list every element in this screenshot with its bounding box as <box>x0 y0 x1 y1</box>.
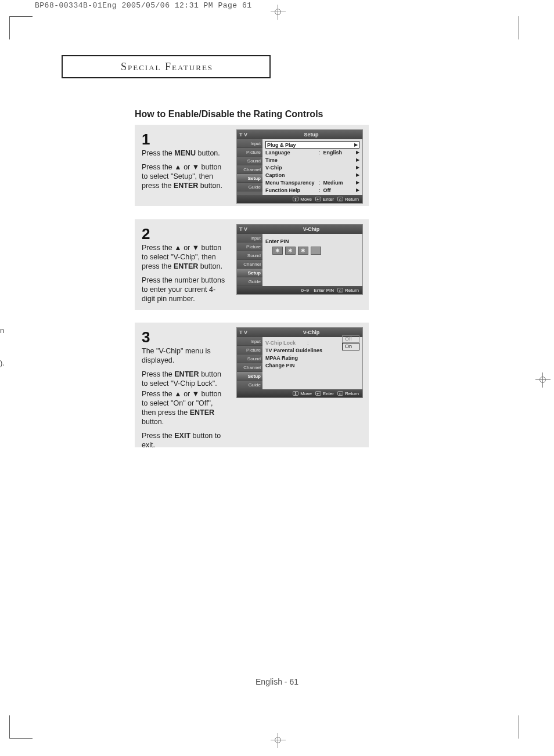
return-icon: ⎌ <box>337 391 343 396</box>
osd-row: TV Parental Guidelines <box>265 346 359 354</box>
osd-sidebar-item: Sound <box>237 355 262 363</box>
osd-footer: ⇕Move ↵Enter ⎌Return <box>237 389 362 397</box>
step-instructions: Press the ▲ or ▼ button to select "V-Chi… <box>142 243 229 303</box>
osd-sidebar-item: Sound <box>237 251 262 260</box>
osd-row: V-Chip▶ <box>265 164 359 171</box>
enter-pin-label: Enter PIN <box>265 238 359 244</box>
move-icon: ⇕ <box>293 197 298 201</box>
osd-tv-label: T V <box>239 226 262 232</box>
osd-row: Language: English▶ <box>265 149 359 156</box>
osd-sidebar-item: Guide <box>237 381 262 389</box>
osd-footer: 0~9 Enter PIN ⎌Return <box>237 286 362 294</box>
osd-row: Change PIN <box>265 361 359 369</box>
crop-corner-icon <box>496 715 519 739</box>
crop-mark-icon <box>274 736 282 744</box>
osd-sidebar-item: Channel <box>237 260 262 269</box>
osd-row: Menu Transparency: Medium▶ <box>265 179 359 186</box>
osd-row: Time▶ <box>265 156 359 164</box>
crop-corner-icon <box>496 16 519 39</box>
osd-row: Function Help: Off▶ <box>265 186 359 194</box>
return-icon: ⎌ <box>337 288 343 292</box>
osd-sidebar-item: Input <box>237 234 262 243</box>
osd-tv-label: T V <box>239 330 262 335</box>
pin-digit: ✱ <box>298 247 308 255</box>
osd-row: Plug & Play▶ <box>265 141 359 149</box>
osd-footer: ⇕Move ↵Enter ⎌Return <box>237 195 362 203</box>
crop-mark-icon <box>539 376 547 384</box>
enter-icon: ↵ <box>315 391 321 396</box>
osd-sidebar: Input Picture Sound Channel Setup Guide <box>237 234 262 286</box>
osd-sidebar-item: Input <box>237 139 262 148</box>
pin-entry: ✱ ✱ ✱ <box>265 244 359 255</box>
step-block: 1 Press the MENU button. Press the ▲ or … <box>135 125 369 206</box>
osd-menu-title: V-Chip <box>262 330 360 335</box>
osd-sidebar-item: Guide <box>237 183 262 191</box>
osd-sidebar-item: Setup <box>237 372 262 381</box>
osd-tv-label: T V <box>239 132 262 138</box>
pin-digit: ✱ <box>285 247 296 255</box>
step-instructions: Press the MENU button. Press the ▲ or ▼ … <box>142 149 229 190</box>
osd-row: Caption▶ <box>265 171 359 179</box>
osd-content: Plug & Play▶ Language: English▶ Time▶ V-… <box>262 139 362 195</box>
osd-sidebar-item: Setup <box>237 269 262 277</box>
osd-row: MPAA Rating <box>265 354 359 361</box>
osd-screenshot-enter-pin: T V V-Chip Input Picture Sound Channel S… <box>236 224 363 295</box>
step-block: 2 Press the ▲ or ▼ button to select "V-C… <box>135 219 369 310</box>
osd-sidebar-item: Input <box>237 337 262 346</box>
osd-content: V-Chip Lock : Off On TV Parental Guideli… <box>262 337 362 389</box>
return-icon: ⎌ <box>337 197 343 201</box>
osd-sidebar: Input Picture Sound Channel Setup Guide <box>237 139 262 195</box>
page-footer: English - 61 <box>0 677 554 686</box>
enter-icon: ↵ <box>315 197 321 201</box>
osd-content: Enter PIN ✱ ✱ ✱ <box>262 234 362 286</box>
step-instructions: The "V-Chip" menu is displayed. Press th… <box>142 346 229 450</box>
osd-sidebar-item: Picture <box>237 346 262 355</box>
osd-sidebar-item: Channel <box>237 363 262 372</box>
osd-sidebar-item: Picture <box>237 243 262 251</box>
crop-header-text: BP68-00334B-01Eng 2005/05/06 12:31 PM Pa… <box>35 1 252 10</box>
osd-sidebar-item: Sound <box>237 157 262 165</box>
osd-sidebar-item: Setup <box>237 174 262 183</box>
step-block: 3 The "V-Chip" menu is displayed. Press … <box>135 323 369 447</box>
move-icon: ⇕ <box>293 391 298 396</box>
osd-screenshot-setup: T V Setup Input Picture Sound Channel Se… <box>236 129 363 204</box>
osd-sidebar: Input Picture Sound Channel Setup Guide <box>237 337 262 389</box>
osd-sidebar-item: Channel <box>237 165 262 174</box>
crop-corner-icon <box>9 715 33 739</box>
crop-mark-icon <box>274 8 282 16</box>
osd-menu-title: Setup <box>262 132 360 138</box>
option-off: Off <box>342 335 359 343</box>
crop-corner-icon <box>9 16 33 39</box>
osd-screenshot-vchip: T V V-Chip Input Picture Sound Channel S… <box>236 327 363 398</box>
osd-sidebar-item: Picture <box>237 148 262 157</box>
page-title: How to Enable/Disable the Rating Control… <box>135 109 323 120</box>
osd-menu-title: V-Chip <box>262 226 360 232</box>
pin-digit <box>311 247 321 255</box>
osd-row: V-Chip Lock : Off On <box>265 339 359 346</box>
osd-sidebar-item: Guide <box>237 277 262 286</box>
section-title: Special Features <box>62 55 271 78</box>
pin-digit: ✱ <box>272 247 283 255</box>
page-edge-text: n ). <box>0 323 5 371</box>
